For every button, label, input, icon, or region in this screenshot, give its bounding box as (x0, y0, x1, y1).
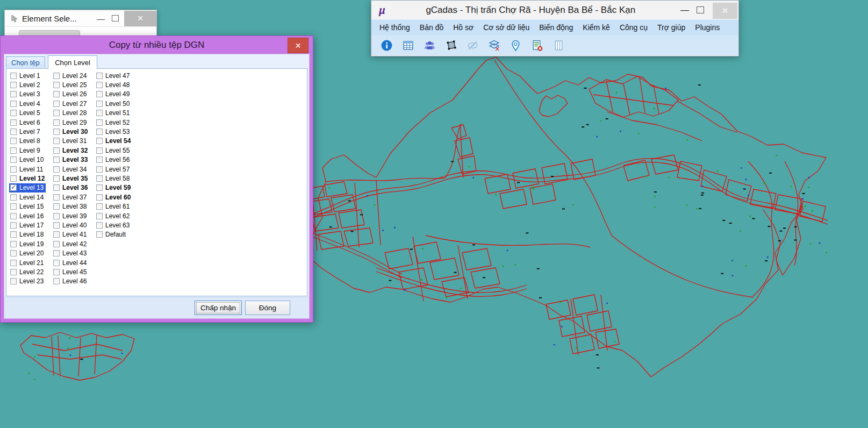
menu-item[interactable]: Công cụ (615, 20, 652, 35)
level-checkbox-row[interactable]: Level 38 (52, 202, 89, 211)
menu-item[interactable]: Kiểm kê (578, 20, 615, 35)
checkbox-icon[interactable] (96, 184, 103, 191)
checkbox-icon[interactable] (53, 147, 60, 154)
checkbox-icon[interactable] (53, 278, 60, 284)
checkbox-icon[interactable] (10, 213, 17, 219)
level-checkbox-row[interactable]: Level 31 (52, 137, 89, 146)
level-checkbox-row[interactable]: Level 35 (52, 174, 90, 183)
checkbox-icon[interactable] (96, 213, 103, 219)
level-checkbox-row[interactable]: Level 40 (52, 220, 89, 230)
delete-report-icon[interactable] (531, 39, 543, 52)
level-checkbox-row[interactable]: Level 34 (52, 165, 89, 174)
checkbox-icon[interactable] (53, 260, 60, 266)
level-checkbox-row[interactable]: Level 33 (52, 155, 90, 165)
level-checkbox-row[interactable]: Level 10 (9, 155, 46, 165)
checkbox-icon[interactable] (10, 222, 17, 229)
checkbox-icon[interactable] (53, 194, 60, 201)
level-checkbox-row[interactable]: Level 12 (9, 174, 47, 183)
level-checkbox-row[interactable]: Level 52 (95, 118, 132, 127)
info-icon[interactable] (381, 39, 393, 52)
level-checkbox-row[interactable]: Level 58 (95, 174, 132, 183)
level-checkbox-row[interactable]: Level 21 (9, 258, 46, 267)
level-checkbox-row[interactable]: Level 16 (9, 211, 46, 220)
menu-item[interactable]: Hệ thống (375, 20, 415, 35)
level-checkbox-row[interactable]: Level 44 (52, 258, 89, 267)
checkbox-icon[interactable] (96, 101, 103, 107)
checkbox-icon[interactable] (53, 203, 60, 210)
accept-button[interactable]: Chấp nhận (195, 301, 242, 315)
level-checkbox-row[interactable]: Level 46 (52, 277, 89, 286)
level-checkbox-row[interactable]: Level 8 (9, 137, 42, 146)
level-checkbox-row[interactable]: Level 42 (52, 239, 89, 248)
level-checkbox-row[interactable]: Level 20 (9, 248, 46, 258)
level-checkbox-row[interactable]: Level 2 (9, 80, 42, 89)
checkbox-icon[interactable] (96, 73, 103, 79)
attribute-table-icon[interactable] (402, 39, 414, 52)
level-checkbox-row[interactable]: Default (95, 230, 128, 239)
tab-chon-level[interactable]: Chọn Level (48, 55, 97, 69)
level-checkbox-row[interactable]: Level 17 (9, 220, 46, 230)
level-checkbox-row[interactable]: Level 25 (52, 80, 89, 89)
maximize-icon[interactable] (112, 15, 119, 22)
level-checkbox-row[interactable]: Level 63 (95, 220, 132, 230)
level-checkbox-row[interactable]: Level 23 (9, 277, 46, 286)
checkbox-icon[interactable] (10, 278, 17, 284)
checkbox-icon[interactable] (10, 110, 17, 116)
level-checkbox-row[interactable]: Level 45 (52, 267, 89, 276)
checkbox-icon[interactable] (10, 166, 17, 173)
level-checkbox-row[interactable]: Level 36 (52, 183, 90, 192)
checkbox-icon[interactable] (53, 110, 60, 116)
level-checkbox-row[interactable]: Level 19 (9, 239, 46, 248)
checkbox-icon[interactable] (53, 231, 60, 238)
checkbox-icon[interactable] (96, 156, 103, 163)
level-checkbox-row[interactable]: Level 49 (95, 90, 132, 99)
level-checkbox-row[interactable]: Level 29 (52, 118, 89, 127)
remove-layers-icon[interactable]: ✕ (488, 39, 500, 52)
close-icon[interactable]: ✕ (288, 38, 309, 53)
level-checkbox-row[interactable]: Level 18 (9, 230, 46, 239)
checkbox-icon[interactable] (10, 203, 17, 210)
checkbox-icon[interactable] (53, 213, 60, 219)
users-icon[interactable] (424, 39, 436, 52)
menu-item[interactable]: Bản đồ (415, 20, 448, 35)
level-checkbox-row[interactable]: Level 32 (52, 146, 90, 155)
checkbox-icon[interactable] (10, 250, 17, 256)
level-checkbox-row[interactable]: Level 4 (9, 99, 42, 108)
hide-elements-icon[interactable] (467, 39, 479, 52)
level-checkbox-row[interactable]: Level 1 (9, 71, 42, 80)
checkbox-icon[interactable] (10, 231, 17, 238)
checkbox-icon[interactable] (96, 166, 103, 173)
menu-item[interactable]: Hồ sơ (448, 20, 478, 35)
level-checkbox-row[interactable]: Level 50 (95, 99, 132, 108)
level-checkbox-row[interactable]: Level 55 (95, 146, 132, 155)
level-checkbox-row[interactable]: Level 6 (9, 118, 42, 127)
checkbox-icon[interactable] (53, 166, 60, 173)
level-checkbox-row[interactable]: Level 59 (95, 183, 133, 192)
checkbox-icon[interactable] (96, 175, 103, 182)
checkbox-icon[interactable] (10, 73, 17, 79)
table-columns-icon[interactable] (553, 39, 565, 52)
checkbox-icon[interactable] (96, 119, 103, 126)
maximize-icon[interactable] (697, 6, 704, 13)
checkbox-icon[interactable] (53, 250, 60, 256)
level-checkbox-row[interactable]: Level 43 (52, 248, 89, 258)
checkbox-icon[interactable] (53, 241, 60, 247)
menu-item[interactable]: Biến động (534, 20, 578, 35)
level-checkbox-row[interactable]: Level 11 (9, 165, 45, 174)
checkbox-icon[interactable] (96, 147, 103, 154)
level-checkbox-row[interactable]: Level 60 (95, 192, 133, 202)
checkbox-icon[interactable] (96, 194, 103, 201)
menu-item[interactable]: Trợ giúp (652, 20, 690, 35)
checkbox-icon[interactable] (53, 175, 60, 182)
checkbox-icon[interactable] (10, 269, 17, 275)
checkbox-icon[interactable] (10, 260, 17, 266)
level-checkbox-row[interactable]: Level 14 (9, 192, 46, 202)
checkbox-icon[interactable] (10, 129, 17, 135)
level-checkbox-row[interactable]: Level 54 (95, 137, 133, 146)
checkbox-icon[interactable] (53, 138, 60, 144)
checkbox-icon[interactable] (10, 138, 17, 144)
close-button[interactable]: Đóng (245, 301, 290, 315)
checkbox-icon[interactable] (53, 269, 60, 275)
level-checkbox-row[interactable]: Level 48 (95, 80, 132, 89)
parcel-polygon-icon[interactable] (445, 39, 457, 52)
